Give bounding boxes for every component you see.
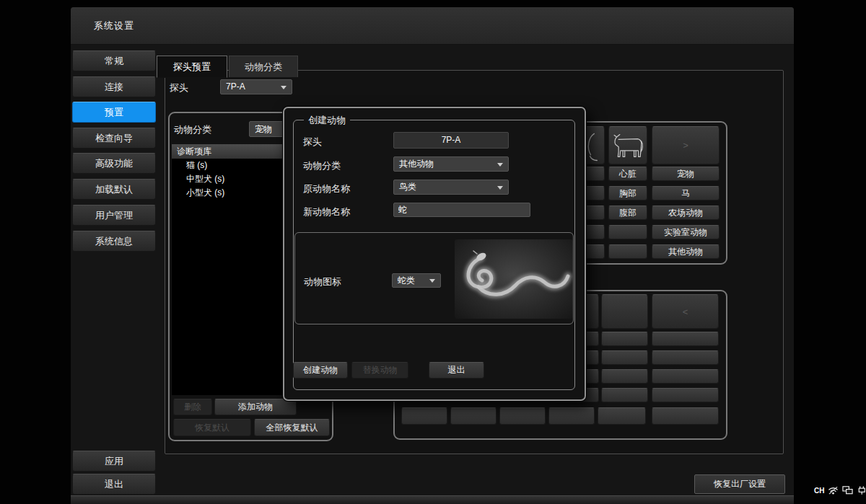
category-button-other[interactable]: 其他动物: [652, 244, 720, 259]
category-prev-button[interactable]: <: [652, 294, 719, 329]
probe-dropdown-value: 7P-A: [226, 81, 245, 92]
restore-default-button[interactable]: 恢复默认: [173, 419, 251, 436]
exam-part-button-heart[interactable]: 心脏: [608, 167, 647, 181]
delete-animal-button[interactable]: 删除: [173, 399, 212, 415]
dialog-new-name-input[interactable]: [393, 203, 530, 217]
chevron-down-icon: [281, 86, 287, 89]
grid-button[interactable]: [652, 369, 719, 384]
grid-button[interactable]: [652, 407, 719, 425]
usb-device-icon[interactable]: [857, 485, 866, 495]
dual-display-icon[interactable]: [842, 485, 853, 495]
grid-button[interactable]: [652, 332, 719, 346]
dialog-category-value: 其他动物: [399, 159, 434, 169]
grid-button[interactable]: [652, 350, 719, 365]
grid-button[interactable]: [601, 350, 648, 365]
cow-icon: [611, 131, 645, 160]
dialog-exit-button[interactable]: 退出: [429, 362, 484, 379]
apply-button[interactable]: 应用: [72, 451, 156, 472]
window-title: 系统设置: [94, 7, 134, 45]
language-indicator: CH: [814, 487, 824, 495]
dialog-replace-button[interactable]: 替换动物: [351, 362, 408, 379]
window-bottom-strip: [71, 495, 794, 504]
sidebar-item-exam-wizard[interactable]: 检查向导: [72, 128, 156, 149]
dialog-orig-name-value: 鸟类: [399, 182, 416, 192]
dialog-category-label: 动物分类: [303, 159, 341, 172]
create-animal-dialog: 创建动物 探头 7P-A 动物分类 其他动物 原动物名称 鸟类 新动物名称 动物…: [283, 107, 586, 401]
dialog-orig-name-dropdown[interactable]: 鸟类: [393, 180, 509, 195]
grid-button[interactable]: [652, 388, 719, 402]
animal-category-label: 动物分类: [174, 123, 211, 136]
grid-button[interactable]: [601, 388, 648, 402]
exam-part-button[interactable]: [608, 225, 647, 239]
grid-button[interactable]: [450, 407, 497, 425]
snake-icon: [455, 239, 573, 319]
dialog-icon-dropdown[interactable]: 蛇类: [392, 273, 441, 288]
grid-button[interactable]: [598, 407, 646, 425]
dialog-orig-name-label: 原动物名称: [303, 182, 350, 195]
exam-part-button-abdomen[interactable]: 腹部: [608, 205, 647, 220]
category-button-lab[interactable]: 实验室动物: [652, 225, 720, 239]
grid-button[interactable]: [601, 369, 648, 384]
chevron-down-icon: [497, 163, 503, 167]
chevron-down-icon: [497, 186, 503, 190]
exit-button[interactable]: 退出: [72, 474, 156, 495]
tab-animal-category[interactable]: 动物分类: [229, 56, 298, 77]
chevron-down-icon: [429, 279, 435, 283]
screen: 系统设置 常规 连接 预置 检查向导 高级功能 加载默认 用户管理 系统信息 应…: [0, 0, 866, 504]
animal-icon-group: 动物图标 蛇类: [294, 232, 574, 324]
factory-reset-button[interactable]: 恢复出厂设置: [694, 474, 785, 494]
dialog-icon-value: 蛇类: [398, 275, 415, 286]
grid-button[interactable]: [401, 407, 447, 425]
restore-all-default-button[interactable]: 全部恢复默认: [254, 419, 330, 436]
category-button-horse[interactable]: 马: [652, 186, 720, 200]
category-button-pet[interactable]: 宠物: [652, 167, 720, 181]
exam-part-button[interactable]: [608, 244, 647, 259]
sidebar-item-system-info[interactable]: 系统信息: [72, 231, 156, 252]
dialog-probe-value: 7P-A: [393, 132, 509, 149]
tab-probe-preset[interactable]: 探头预置: [157, 56, 227, 78]
sidebar-item-load-default[interactable]: 加载默认: [72, 179, 156, 200]
grid-button[interactable]: [548, 407, 595, 425]
sidebar-item-general[interactable]: 常规: [72, 50, 156, 71]
dialog-create-button[interactable]: 创建动物: [293, 362, 348, 379]
probe-dropdown[interactable]: 7P-A: [220, 79, 292, 94]
status-icon-tray: CH: [814, 483, 866, 498]
grid-button[interactable]: [499, 407, 546, 425]
animal-icon-button[interactable]: [601, 294, 648, 329]
grid-button[interactable]: [601, 332, 648, 346]
title-bar: 系统设置: [71, 7, 794, 45]
animal-category-value: 宠物: [255, 124, 272, 134]
cow-icon-button[interactable]: [608, 126, 647, 164]
dialog-icon-label: 动物图标: [304, 275, 341, 288]
dialog-probe-label: 探头: [303, 136, 322, 149]
category-button-farm[interactable]: 农场动物: [652, 205, 720, 220]
dialog-category-dropdown[interactable]: 其他动物: [393, 156, 509, 172]
category-next-button[interactable]: >: [652, 126, 720, 164]
probe-label: 探头: [170, 81, 188, 94]
sidebar-item-advanced[interactable]: 高级功能: [72, 153, 156, 174]
animal-preview-image: [455, 239, 573, 319]
add-animal-button[interactable]: 添加动物: [214, 399, 297, 415]
sidebar-item-connection[interactable]: 连接: [72, 76, 156, 97]
sidebar-item-user-management[interactable]: 用户管理: [72, 205, 156, 226]
sidebar-item-preset[interactable]: 预置: [72, 102, 156, 123]
exam-part-button-chest[interactable]: 胸部: [608, 186, 647, 200]
network-icon[interactable]: [828, 485, 839, 495]
dialog-title: 创建动物: [304, 114, 350, 127]
dialog-new-name-label: 新动物名称: [303, 205, 350, 218]
